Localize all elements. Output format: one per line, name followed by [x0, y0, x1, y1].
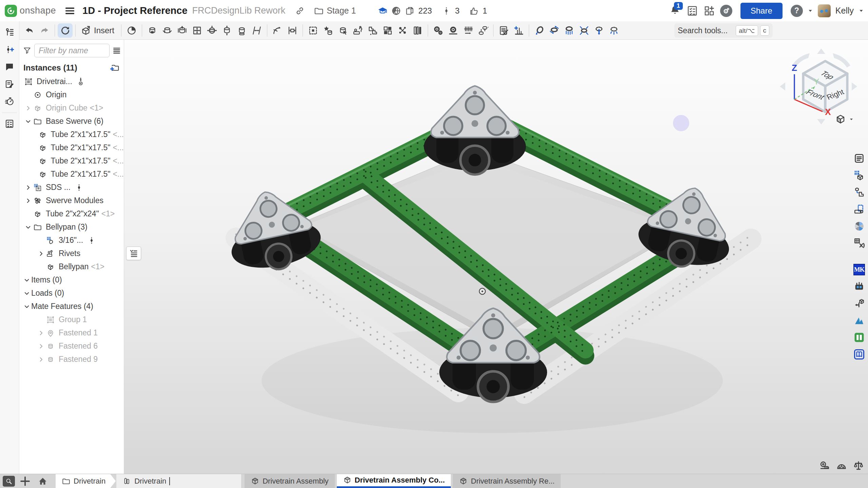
tree-item[interactable]: Drivetrai...: [19, 75, 124, 88]
sim-force-icon[interactable]: [592, 23, 606, 38]
tree-item[interactable]: Origin: [19, 88, 124, 101]
tangent-mate-icon[interactable]: [270, 23, 285, 38]
chevron-right-icon[interactable]: [36, 355, 45, 364]
home-tab-button[interactable]: [36, 475, 50, 487]
group-mate-icon[interactable]: [306, 23, 321, 38]
help-caret-icon[interactable]: [808, 8, 813, 14]
tab-drivetrain-assembly-co[interactable]: Drivetrain Assembly Co...: [337, 474, 451, 488]
apps-icon[interactable]: [703, 5, 715, 17]
tree-item[interactable]: Tube 2"x1"x17.5" <...: [19, 141, 124, 154]
tab-drivetrain-assembly-re[interactable]: Drivetrain Assembly Re...: [453, 474, 561, 488]
expander-icon[interactable]: [36, 262, 45, 271]
app-dxf-icon[interactable]: [852, 202, 866, 216]
revolute-mate-icon[interactable]: [160, 23, 175, 38]
panel-collapse-button[interactable]: [126, 247, 141, 260]
sim-load-icon[interactable]: [606, 23, 621, 38]
relations-gears-icon[interactable]: [431, 23, 446, 38]
sim-spin-icon[interactable]: [547, 23, 562, 38]
mate-connector-icon[interactable]: [285, 23, 300, 38]
versions-icon[interactable]: [2, 25, 17, 40]
workspace-breadcrumb[interactable]: Stage 1: [314, 6, 356, 16]
tree-item[interactable]: Fastened 1: [19, 326, 124, 339]
filter-input[interactable]: [34, 44, 110, 57]
screw-relation-icon[interactable]: [476, 23, 490, 38]
chevron-right-icon[interactable]: [36, 328, 45, 337]
app-config-icon[interactable]: [852, 169, 866, 182]
expander-icon[interactable]: [28, 156, 38, 165]
tasks-icon[interactable]: [686, 5, 698, 17]
education-icon[interactable]: [378, 6, 388, 16]
app-book-blue-icon[interactable]: [852, 348, 866, 361]
cylindrical-mate-icon[interactable]: [219, 23, 234, 38]
ball-mate-icon[interactable]: [205, 23, 219, 38]
expander-icon[interactable]: [36, 315, 45, 324]
tree-item[interactable]: Fastened 9: [19, 353, 124, 366]
tab-drivetrain[interactable]: Drivetrain: [56, 474, 116, 488]
exploded-view-icon[interactable]: [395, 23, 410, 38]
replicate-icon[interactable]: [365, 23, 380, 38]
notifications-bell-icon[interactable]: 1: [669, 5, 681, 17]
tree-item[interactable]: Group 1: [19, 313, 124, 326]
public-globe-icon[interactable]: [391, 6, 401, 16]
tree-item[interactable]: Bellypan <1>: [19, 260, 124, 273]
app-render-icon[interactable]: [852, 219, 866, 233]
chevron-right-icon[interactable]: [23, 183, 33, 192]
chevron-down-icon[interactable]: [23, 117, 33, 126]
tab-drivetrain-assembly[interactable]: Drivetrain Assembly: [245, 474, 334, 488]
user-menu-caret-icon[interactable]: [859, 8, 864, 14]
user-avatar[interactable]: [818, 4, 831, 17]
create-version-icon[interactable]: [2, 42, 17, 57]
search-tools[interactable]: Search tools... alt/⌥ c: [674, 23, 773, 38]
tree-item[interactable]: Tube 2"x1"x17.5" <...: [19, 128, 124, 141]
chevron-down-icon[interactable]: [22, 275, 31, 285]
bom-hide-icon[interactable]: [496, 23, 511, 38]
interference-icon[interactable]: [410, 23, 425, 38]
tree-item[interactable]: Origin Cube <1>: [19, 101, 124, 115]
protractor-icon[interactable]: [836, 460, 847, 471]
mass-properties-icon[interactable]: [853, 460, 864, 471]
add-tab-button[interactable]: [19, 475, 31, 487]
tree-section-items-0[interactable]: Items (0): [19, 273, 124, 287]
copies-icon[interactable]: [405, 6, 415, 16]
tree-item[interactable]: Bellypan (3): [19, 220, 124, 234]
redo-icon[interactable]: [37, 23, 52, 38]
comments-icon[interactable]: [2, 59, 17, 74]
tree-item[interactable]: Fastened 6: [19, 339, 124, 353]
section-view-icon[interactable]: [124, 23, 139, 38]
app-peak-icon[interactable]: [852, 314, 866, 327]
app-frames-icon[interactable]: [852, 236, 866, 250]
tree-item[interactable]: Tube 2"x1"x17.5" <...: [19, 154, 124, 168]
named-positions-icon[interactable]: [321, 23, 335, 38]
add-folder-icon[interactable]: [110, 63, 120, 73]
sim-rotate-icon[interactable]: [532, 23, 547, 38]
sim-converge-icon[interactable]: [577, 23, 592, 38]
drivetrain-3d-render[interactable]: [124, 40, 868, 474]
tree-item[interactable]: 3/16"...: [19, 234, 124, 247]
snap-mode-icon[interactable]: [350, 23, 365, 38]
follow-icon[interactable]: [441, 6, 451, 16]
chevron-right-icon[interactable]: [23, 196, 33, 205]
onshape-logo-icon[interactable]: [5, 5, 17, 17]
expander-icon[interactable]: [28, 170, 38, 179]
link-icon[interactable]: [295, 6, 305, 16]
app-doc-icon[interactable]: [852, 152, 866, 165]
main-menu-icon[interactable]: [64, 5, 76, 17]
tab-search-button[interactable]: [3, 476, 15, 487]
chevron-right-icon[interactable]: [36, 249, 45, 258]
help-icon[interactable]: ?: [791, 5, 803, 17]
tree-item[interactable]: Base Swerve (6): [19, 115, 124, 128]
bom-table-icon[interactable]: [511, 23, 526, 38]
chevron-right-icon[interactable]: [36, 341, 45, 351]
pattern-icon[interactable]: [380, 23, 395, 38]
rack-relation-icon[interactable]: [461, 23, 476, 38]
expander-icon[interactable]: [36, 236, 45, 245]
expander-icon[interactable]: [23, 90, 33, 99]
expander-icon[interactable]: [28, 143, 38, 152]
tree-item[interactable]: Swerve Modules: [19, 194, 124, 207]
chevron-right-icon[interactable]: [23, 103, 33, 113]
app-robot-icon[interactable]: [852, 280, 866, 293]
app-export-icon[interactable]: [852, 297, 866, 310]
slider-mate-icon[interactable]: [175, 23, 190, 38]
view-options-button[interactable]: [835, 114, 854, 125]
tree-item[interactable]: SDS ...: [19, 181, 124, 194]
